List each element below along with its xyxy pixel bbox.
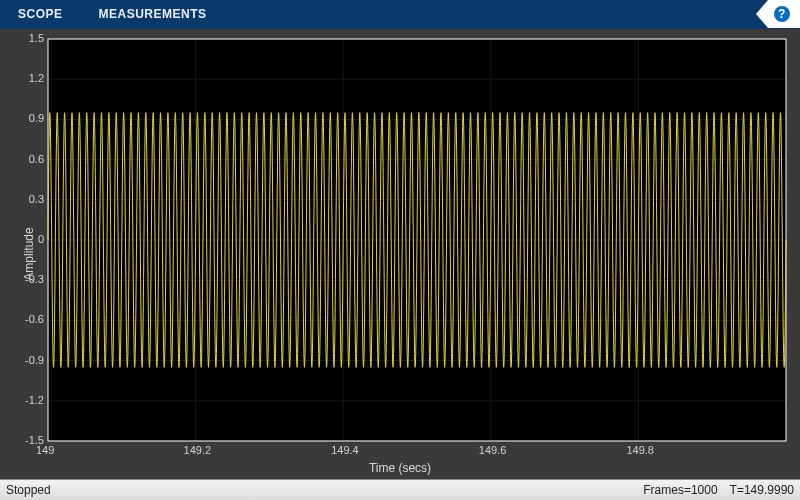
help-icon: ? — [778, 7, 786, 21]
signal-trace — [48, 113, 786, 368]
status-left: Stopped — [6, 483, 51, 497]
xtick: 149 — [36, 444, 54, 456]
status-frames: Frames=1000 — [643, 483, 717, 497]
status-time: T=149.9990 — [730, 483, 794, 497]
tab-measurements[interactable]: MEASUREMENTS — [81, 0, 225, 28]
tab-scope[interactable]: SCOPE — [0, 0, 81, 28]
scope-window: SCOPE MEASUREMENTS ? Amplitude Time (sec… — [0, 0, 800, 500]
ytick: 0.6 — [29, 153, 44, 165]
ytick: 0 — [38, 233, 44, 245]
ytick: 0.9 — [29, 112, 44, 124]
xtick: 149.2 — [184, 444, 212, 456]
ytick: 1.5 — [29, 32, 44, 44]
xtick: 149.8 — [626, 444, 654, 456]
xtick: 149.4 — [331, 444, 359, 456]
titlebar: SCOPE MEASUREMENTS ? — [0, 0, 800, 29]
ytick: -0.9 — [25, 354, 44, 366]
ytick: -1.2 — [25, 394, 44, 406]
ytick: 1.2 — [29, 72, 44, 84]
ytick: -0.3 — [25, 273, 44, 285]
plot-area[interactable]: Amplitude Time (secs) -1.5-1.2-0.9-0.6-0… — [0, 29, 800, 479]
statusbar: Stopped Frames=1000 T=149.9990 — [0, 479, 800, 500]
xtick: 149.6 — [479, 444, 507, 456]
ytick: -0.6 — [25, 313, 44, 325]
chart-canvas — [0, 29, 800, 481]
help-button[interactable]: ? — [756, 0, 800, 28]
ytick: 0.3 — [29, 193, 44, 205]
